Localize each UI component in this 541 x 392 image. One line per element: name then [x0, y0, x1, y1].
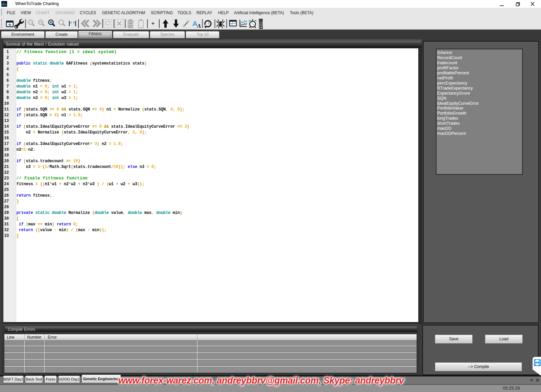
svg-text:1:1: 1:1 [29, 21, 32, 23]
svg-text:A: A [197, 23, 201, 29]
svg-text:A: A [192, 20, 197, 27]
